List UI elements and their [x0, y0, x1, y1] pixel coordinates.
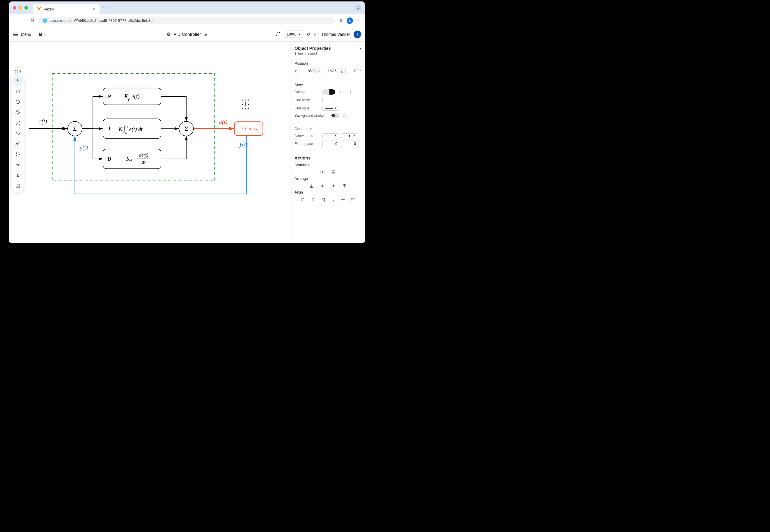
- nav-forward-icon[interactable]: →: [21, 18, 27, 23]
- circle-tool[interactable]: [13, 97, 23, 107]
- line-width-input[interactable]: [322, 97, 339, 103]
- svg-rect-22: [245, 100, 246, 100]
- align-center-v-icon[interactable]: [340, 197, 346, 203]
- window-maximize[interactable]: [24, 6, 28, 10]
- plus-label: +: [59, 120, 62, 126]
- sigma-tool[interactable]: Σ: [13, 170, 23, 180]
- profile-avatar-icon[interactable]: [347, 17, 353, 24]
- user-name-label: Thomas Vander: [321, 32, 350, 37]
- align-top-icon[interactable]: [350, 197, 356, 203]
- x-input[interactable]: [299, 68, 316, 74]
- connector-section: Connector: [294, 127, 361, 131]
- kebab-menu-icon[interactable]: ⋮: [356, 18, 362, 23]
- text-frame-tool[interactable]: T: [13, 118, 23, 128]
- pid-diagram: r(t) + Σ P Kp e(t) I Ki∫0t e(t) dt D: [9, 42, 290, 242]
- polyline-tool[interactable]: [13, 139, 23, 149]
- line-style-select[interactable]: ▼: [322, 106, 339, 111]
- svg-rect-11: [16, 186, 17, 188]
- download-icon[interactable]: ⇩: [338, 18, 344, 23]
- menu-button[interactable]: Menu: [21, 32, 31, 37]
- line-style-label: Line style: [294, 106, 321, 110]
- bring-to-front-icon[interactable]: [308, 183, 314, 189]
- extra-space-a-input[interactable]: [322, 141, 339, 147]
- pointer-tool[interactable]: [13, 76, 23, 86]
- reset-icon[interactable]: ↻: [307, 32, 311, 37]
- arrowhead-start-select[interactable]: ▼: [322, 133, 339, 138]
- gear-icon[interactable]: ⚙: [166, 31, 171, 37]
- svg-point-7: [19, 142, 19, 143]
- y-label: Y: [317, 69, 320, 73]
- svg-rect-12: [18, 186, 20, 188]
- dark-mode-icon[interactable]: ☾: [314, 32, 318, 37]
- bring-forward-icon[interactable]: [320, 183, 325, 189]
- window-minimize[interactable]: [19, 6, 22, 10]
- svg-rect-27: [245, 108, 246, 109]
- app-topbar: Menu ⚙ PID Controller ☁ ⛶ 100% ▼ ↻ ☾ Tho…: [9, 27, 365, 42]
- d-letter: D: [108, 156, 111, 162]
- angle-input[interactable]: [345, 68, 358, 74]
- distribute-vertical-icon[interactable]: [331, 169, 336, 175]
- arrowhead-end-select[interactable]: ▼: [341, 133, 358, 138]
- extra-space-b-input[interactable]: [341, 141, 358, 147]
- chevron-right-icon[interactable]: ›: [360, 46, 361, 51]
- x-label: X: [294, 69, 297, 73]
- browser-tab[interactable]: Vexlio ×: [33, 4, 100, 14]
- align-bottom-icon[interactable]: [330, 197, 336, 203]
- minus-label: −: [67, 134, 70, 140]
- curly-brace-tool[interactable]: [13, 149, 23, 159]
- canvas[interactable]: Tools T Σ: [9, 42, 290, 243]
- align-label: Align: [294, 190, 361, 194]
- new-tab-button[interactable]: +: [102, 5, 106, 11]
- code-tool[interactable]: [13, 128, 23, 138]
- url-field[interactable]: 🌐 app.vexlio.com/#/d/50ac2c2f-aad5-4897-…: [38, 17, 335, 24]
- hamburger-menu-icon[interactable]: [13, 33, 18, 36]
- position-section: Position: [294, 61, 361, 65]
- globe-icon: 🌐: [42, 18, 47, 23]
- workspace: Tools T Σ: [9, 42, 365, 243]
- svg-rect-9: [16, 184, 17, 185]
- extra-space-label: Extra space: [294, 142, 321, 146]
- svg-point-4: [15, 145, 16, 146]
- svg-rect-21: [242, 100, 243, 100]
- opacity-swatch[interactable]: [343, 90, 351, 94]
- colors-label: Colors: [294, 90, 321, 94]
- svg-text:dt: dt: [142, 159, 146, 165]
- color-swatch[interactable]: [322, 89, 335, 95]
- bg-stroke-toggle[interactable]: [331, 114, 339, 118]
- document-title[interactable]: PID Controller: [173, 32, 201, 37]
- align-right-icon[interactable]: [320, 197, 326, 203]
- tabs-dropdown-button[interactable]: ⌄: [355, 5, 361, 11]
- align-left-icon[interactable]: [300, 197, 306, 203]
- send-backward-icon[interactable]: [331, 183, 336, 189]
- cloud-sync-icon[interactable]: ☁: [204, 32, 207, 36]
- fit-screen-icon[interactable]: ⛶: [276, 32, 281, 37]
- save-icon[interactable]: [38, 32, 43, 37]
- rectangle-tool[interactable]: [13, 86, 23, 96]
- zoom-control[interactable]: 100% ▼: [284, 31, 303, 38]
- svg-rect-24: [242, 104, 243, 105]
- arrowheads-label: Arrowheads: [294, 134, 321, 138]
- user-avatar[interactable]: T: [354, 31, 361, 38]
- svg-text:Σ: Σ: [73, 125, 77, 132]
- info-icon[interactable]: ⓘ: [343, 113, 347, 118]
- nav-back-icon[interactable]: ←: [12, 18, 18, 23]
- grid-tool[interactable]: [13, 181, 23, 191]
- window-close[interactable]: [13, 6, 16, 10]
- send-to-back-icon[interactable]: [342, 183, 347, 189]
- input-label: r(t): [39, 118, 47, 125]
- tab-close-icon[interactable]: ×: [93, 7, 95, 11]
- distribute-label: Distribute: [294, 163, 361, 167]
- svg-rect-1: [16, 90, 19, 93]
- tool-strip: T Σ: [12, 74, 24, 192]
- distribute-horizontal-icon[interactable]: [320, 169, 325, 175]
- p-letter: P: [108, 93, 111, 100]
- align-center-h-icon[interactable]: [310, 197, 316, 203]
- angle-icon: ∠: [340, 69, 344, 73]
- properties-panel: Object Properties › 1 line selected Posi…: [290, 42, 365, 243]
- selection-summary: 1 line selected: [294, 52, 361, 56]
- y-input[interactable]: [322, 68, 338, 74]
- arrange-label: Arrange: [294, 176, 361, 181]
- nav-reload-icon[interactable]: ⟳: [30, 18, 36, 23]
- arrow-tool[interactable]: [13, 160, 23, 170]
- diamond-tool[interactable]: [13, 107, 23, 117]
